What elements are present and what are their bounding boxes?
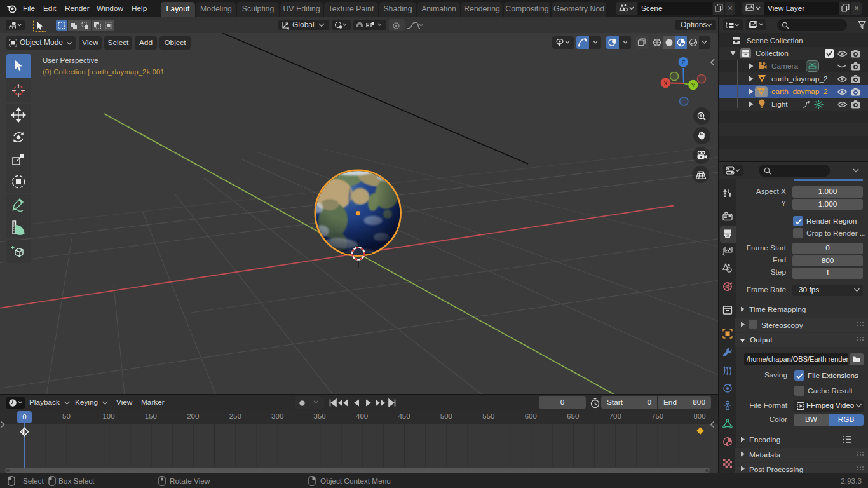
- svg-text:Y: Y: [691, 81, 696, 88]
- svg-text:X: X: [663, 79, 668, 86]
- svg-text:Z: Z: [681, 58, 685, 65]
